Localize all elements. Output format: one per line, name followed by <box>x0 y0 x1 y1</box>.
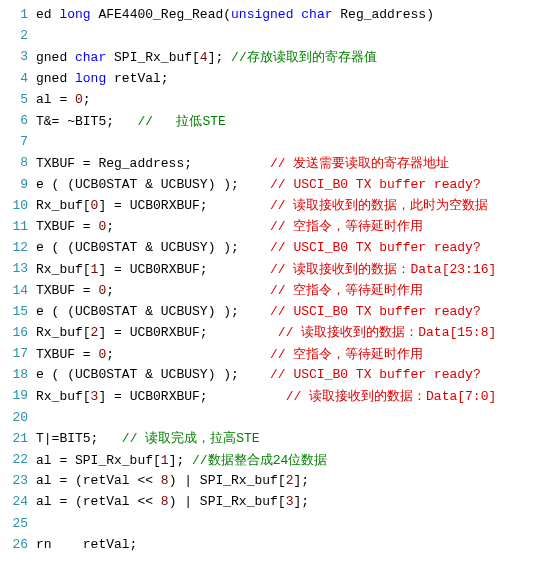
line-number: 18 <box>0 367 36 382</box>
line-number: 11 <box>0 219 36 234</box>
line-content: TXBUF = 0; // 空指令，等待延时作用 <box>36 217 548 235</box>
code-line: 19Rx_buf[3] = UCB0RXBUF; // 读取接收到的数据：Dat… <box>0 385 548 406</box>
code-line: 13Rx_buf[1] = UCB0RXBUF; // 读取接收到的数据：Dat… <box>0 258 548 279</box>
line-number: 20 <box>0 410 36 425</box>
line-number: 24 <box>0 494 36 509</box>
code-line: 18e ( (UCB0STAT & UCBUSY) ); // USCI_B0 … <box>0 364 548 385</box>
code-line: 24al = (retVal << 8) | SPI_Rx_buf[3]; <box>0 491 548 512</box>
line-content: e ( (UCB0STAT & UCBUSY) ); // USCI_B0 TX… <box>36 177 548 192</box>
line-content: rn retVal; <box>36 537 548 552</box>
line-content: TXBUF = 0; // 空指令，等待延时作用 <box>36 345 548 363</box>
line-content: al = 0; <box>36 92 548 107</box>
line-number: 17 <box>0 346 36 361</box>
code-line: 3gned char SPI_Rx_buf[4]; //存放读取到的寄存器值 <box>0 46 548 67</box>
line-content: Rx_buf[1] = UCB0RXBUF; // 读取接收到的数据：Data[… <box>36 260 548 278</box>
line-number: 3 <box>0 49 36 64</box>
line-number: 12 <box>0 240 36 255</box>
line-content: Rx_buf[2] = UCB0RXBUF; // 读取接收到的数据：Data[… <box>36 323 548 341</box>
code-line: 22al = SPI_Rx_buf[1]; //数据整合成24位数据 <box>0 449 548 470</box>
code-line: 25 <box>0 513 548 534</box>
line-number: 10 <box>0 198 36 213</box>
code-line: 4gned long retVal; <box>0 68 548 89</box>
line-number: 19 <box>0 388 36 403</box>
line-number: 9 <box>0 177 36 192</box>
line-number: 16 <box>0 325 36 340</box>
line-number: 22 <box>0 452 36 467</box>
line-number: 7 <box>0 134 36 149</box>
line-number: 2 <box>0 28 36 43</box>
line-number: 25 <box>0 516 36 531</box>
code-line: 12e ( (UCB0STAT & UCBUSY) ); // USCI_B0 … <box>0 237 548 258</box>
line-content: gned char SPI_Rx_buf[4]; //存放读取到的寄存器值 <box>36 48 548 66</box>
line-number: 6 <box>0 113 36 128</box>
line-number: 13 <box>0 261 36 276</box>
line-content: e ( (UCB0STAT & UCBUSY) ); // USCI_B0 TX… <box>36 240 548 255</box>
line-number: 15 <box>0 304 36 319</box>
code-line: 11TXBUF = 0; // 空指令，等待延时作用 <box>0 216 548 237</box>
line-number: 26 <box>0 537 36 552</box>
code-line: 2 <box>0 25 548 46</box>
code-line: 9e ( (UCB0STAT & UCBUSY) ); // USCI_B0 T… <box>0 174 548 195</box>
code-line: 10Rx_buf[0] = UCB0RXBUF; // 读取接收到的数据，此时为… <box>0 195 548 216</box>
code-line: 5al = 0; <box>0 89 548 110</box>
line-content: Rx_buf[3] = UCB0RXBUF; // 读取接收到的数据：Data[… <box>36 387 548 405</box>
code-line: 20 <box>0 407 548 428</box>
line-content: Rx_buf[0] = UCB0RXBUF; // 读取接收到的数据，此时为空数… <box>36 196 548 214</box>
code-line: 16Rx_buf[2] = UCB0RXBUF; // 读取接收到的数据：Dat… <box>0 322 548 343</box>
line-content: T|=BIT5; // 读取完成，拉高STE <box>36 429 548 447</box>
code-line: 21T|=BIT5; // 读取完成，拉高STE <box>0 428 548 449</box>
code-line: 26rn retVal; <box>0 534 548 555</box>
code-line: 14TXBUF = 0; // 空指令，等待延时作用 <box>0 279 548 300</box>
line-number: 8 <box>0 155 36 170</box>
code-line: 15e ( (UCB0STAT & UCBUSY) ); // USCI_B0 … <box>0 301 548 322</box>
code-line: 17TXBUF = 0; // 空指令，等待延时作用 <box>0 343 548 364</box>
line-content: ed long AFE4400_Reg_Read(unsigned char R… <box>36 7 548 22</box>
line-content: e ( (UCB0STAT & UCBUSY) ); // USCI_B0 TX… <box>36 304 548 319</box>
code-line: 8TXBUF = Reg_address; // 发送需要读取的寄存器地址 <box>0 152 548 173</box>
code-line: 6T&= ~BIT5; // 拉低STE <box>0 110 548 131</box>
line-content: al = SPI_Rx_buf[1]; //数据整合成24位数据 <box>36 451 548 469</box>
line-content: al = (retVal << 8) | SPI_Rx_buf[2]; <box>36 473 548 488</box>
line-content: T&= ~BIT5; // 拉低STE <box>36 112 548 130</box>
line-number: 5 <box>0 92 36 107</box>
line-content: gned long retVal; <box>36 71 548 86</box>
line-number: 1 <box>0 7 36 22</box>
code-block: 1ed long AFE4400_Reg_Read(unsigned char … <box>0 0 548 555</box>
line-number: 21 <box>0 431 36 446</box>
line-content: al = (retVal << 8) | SPI_Rx_buf[3]; <box>36 494 548 509</box>
code-line: 23al = (retVal << 8) | SPI_Rx_buf[2]; <box>0 470 548 491</box>
code-line: 7 <box>0 131 548 152</box>
line-number: 4 <box>0 71 36 86</box>
line-number: 23 <box>0 473 36 488</box>
line-number: 14 <box>0 283 36 298</box>
line-content: TXBUF = 0; // 空指令，等待延时作用 <box>36 281 548 299</box>
line-content: e ( (UCB0STAT & UCBUSY) ); // USCI_B0 TX… <box>36 367 548 382</box>
code-line: 1ed long AFE4400_Reg_Read(unsigned char … <box>0 4 548 25</box>
line-content: TXBUF = Reg_address; // 发送需要读取的寄存器地址 <box>36 154 548 172</box>
